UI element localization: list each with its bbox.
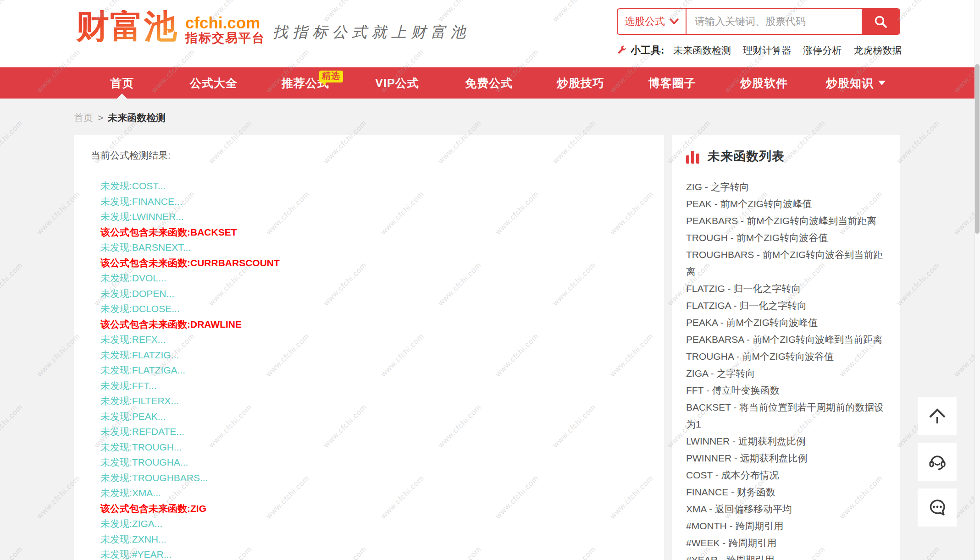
logo-domain: cfchi.com [185, 15, 265, 31]
nav-item-6[interactable]: 博客圈子 [626, 67, 718, 99]
nav-item-label: 炒股知识 [826, 76, 874, 91]
search-button[interactable] [862, 9, 899, 34]
sidebar-function-item[interactable]: TROUGHBARS - 前M个ZIG转向波谷到当前距离 [686, 246, 888, 280]
result-item-ok[interactable]: 未发现:BARSNEXT... [100, 240, 664, 255]
search-box: 选股公式 [617, 8, 900, 35]
result-item-ok[interactable]: 未发现:ZIGA... [100, 516, 664, 532]
nav-item-7[interactable]: 炒股软件 [718, 67, 810, 99]
tool-link-1[interactable]: 理财计算器 [743, 45, 791, 55]
sidebar-function-item[interactable]: PEAKBARS - 前M个ZIG转向波峰到当前距离 [686, 212, 888, 229]
tools-row: 小工具: 未来函数检测理财计算器涨停分析龙虎榜数据 [617, 44, 914, 57]
detection-result-panel: 当前公式检测结果: 未发现:COST...未发现:FINANCE...未发现:L… [74, 135, 664, 560]
sidebar-function-item[interactable]: FLATZIGA - 归一化之字转向 [686, 297, 888, 314]
result-item-ok[interactable]: 未发现:DOPEN... [100, 286, 664, 302]
sidebar-function-item[interactable]: PEAK - 前M个ZIG转向波峰值 [686, 195, 888, 212]
result-item-ok[interactable]: 未发现:FLATZIG... [100, 347, 664, 363]
nav-item-label: 首页 [110, 76, 134, 91]
result-item-ok[interactable]: 未发现:#YEAR... [100, 547, 664, 560]
nav-item-0[interactable]: 首页 [76, 67, 168, 99]
sidebar-function-item[interactable]: FFT - 傅立叶变换函数 [686, 382, 888, 399]
sidebar-title: 未来函数列表 [708, 148, 785, 165]
nav-item-label: 公式大全 [190, 76, 238, 91]
search-category-label: 选股公式 [625, 15, 665, 28]
breadcrumb: 首页 > 未来函数检测 [0, 99, 980, 135]
chat-bubble-icon [928, 498, 947, 517]
tool-link-2[interactable]: 涨停分析 [803, 45, 842, 55]
sidebar-function-item[interactable]: COST - 成本分布情况 [686, 467, 888, 483]
scrollbar-track[interactable] [974, 0, 980, 560]
site-header: 财富池 cfchi.com 指标交易平台 找指标公式就上财富池 选股公式 小工具… [0, 0, 980, 67]
sidebar-function-item[interactable]: FLATZIG - 归一化之字转向 [686, 280, 888, 297]
breadcrumb-home-link[interactable]: 首页 [74, 111, 93, 124]
sidebar-function-item[interactable]: PEAKA - 前M个ZIG转向波峰值 [686, 314, 888, 331]
tool-link-3[interactable]: 龙虎榜数据 [853, 45, 902, 55]
result-item-ok[interactable]: 未发现:TROUGHA... [100, 455, 664, 470]
result-item-ok[interactable]: 未发现:DCLOSE... [100, 301, 664, 317]
sidebar-function-item[interactable]: PEAKBARSA - 前M个ZIG转向波峰到当前距离 [686, 331, 888, 348]
search-input[interactable] [687, 9, 862, 34]
sidebar-function-item[interactable]: ZIGA - 之字转向 [686, 365, 888, 382]
result-item-ok[interactable]: 未发现:FINANCE... [100, 194, 664, 209]
tool-link-0[interactable]: 未来函数检测 [673, 45, 731, 55]
result-item-ok[interactable]: 未发现:ZXNH... [100, 532, 664, 547]
nav-item-8[interactable]: 炒股知识 [810, 67, 902, 99]
breadcrumb-current: 未来函数检测 [108, 111, 166, 124]
result-heading: 当前公式检测结果: [91, 149, 664, 162]
sidebar-function-item[interactable]: FINANCE - 财务函数 [686, 483, 888, 500]
headset-icon [928, 452, 947, 472]
sidebar-function-item[interactable]: #YEAR - 跨周期引用 [686, 551, 888, 560]
result-item-ok[interactable]: 未发现:LWINNER... [100, 209, 664, 225]
result-item-ok[interactable]: 未发现:REFX... [100, 332, 664, 347]
result-item-ok[interactable]: 未发现:FLATZIGA... [100, 362, 664, 378]
nav-item-1[interactable]: 公式大全 [168, 67, 260, 99]
result-item-ok[interactable]: 未发现:TROUGH... [100, 439, 664, 455]
nav-item-2[interactable]: 推荐公式精选 [260, 67, 351, 99]
nav-item-label: 博客圈子 [648, 76, 696, 91]
feedback-button[interactable] [918, 489, 957, 527]
future-function-sidebar: 未来函数列表 ZIG - 之字转向PEAK - 前M个ZIG转向波峰值PEAKB… [672, 135, 900, 560]
sidebar-function-item[interactable]: BACKSET - 将当前位置到若干周期前的数据设为1 [686, 399, 888, 433]
bar-chart-icon [686, 151, 699, 165]
site-logo[interactable]: 财富池 cfchi.com 指标交易平台 [76, 10, 265, 45]
nav-item-4[interactable]: 免费公式 [443, 67, 535, 99]
result-item-ok[interactable]: 未发现:FFT... [100, 378, 664, 394]
search-category-dropdown[interactable]: 选股公式 [618, 9, 687, 34]
back-to-top-button[interactable] [918, 397, 957, 435]
sidebar-function-item[interactable]: XMA - 返回偏移移动平均 [686, 500, 888, 517]
sidebar-function-item[interactable]: #WEEK - 跨周期引用 [686, 534, 888, 551]
sidebar-function-item[interactable]: PWINNER - 远期获利盘比例 [686, 450, 888, 467]
nav-item-label: 炒股技巧 [557, 76, 604, 91]
result-item-warning: 该公式包含未来函数:DRAWLINE [100, 317, 664, 332]
nav-item-3[interactable]: VIP公式 [351, 67, 443, 99]
result-item-ok[interactable]: 未发现:FILTERX... [100, 393, 664, 409]
floating-toolbar [918, 397, 957, 527]
main-nav: 首页公式大全推荐公式精选VIP公式免费公式炒股技巧博客圈子炒股软件炒股知识 [0, 67, 980, 99]
sidebar-function-item[interactable]: TROUGHA - 前M个ZIG转向波谷值 [686, 348, 888, 365]
result-item-ok[interactable]: 未发现:COST... [100, 178, 664, 194]
breadcrumb-separator: > [98, 112, 103, 123]
result-item-ok[interactable]: 未发现:DVOL... [100, 270, 664, 286]
nav-item-5[interactable]: 炒股技巧 [535, 67, 626, 99]
tools-label: 小工具: [631, 44, 664, 57]
result-item-ok[interactable]: 未发现:PEAK... [100, 409, 664, 424]
nav-item-label: 炒股软件 [740, 76, 788, 91]
sidebar-function-item[interactable]: ZIG - 之字转向 [686, 178, 888, 195]
sidebar-function-item[interactable]: LWINNER - 近期获利盘比例 [686, 433, 888, 450]
customer-service-button[interactable] [918, 443, 957, 481]
nav-item-label: 免费公式 [465, 76, 513, 91]
result-item-ok[interactable]: 未发现:XMA... [100, 485, 664, 501]
site-tagline: 找指标公式就上财富池 [273, 22, 470, 43]
result-list: 未发现:COST...未发现:FINANCE...未发现:LWINNER...该… [100, 178, 664, 560]
result-item-warning: 该公式包含未来函数:ZIG [100, 501, 664, 516]
search-icon [874, 15, 887, 28]
result-item-warning: 该公式包含未来函数:CURRBARSCOUNT [100, 255, 664, 271]
arrow-up-icon [927, 407, 947, 425]
result-item-ok[interactable]: 未发现:TROUGHBARS... [100, 470, 664, 486]
sidebar-function-item[interactable]: TROUGH - 前M个ZIG转向波谷值 [686, 229, 888, 246]
scrollbar-thumb[interactable] [975, 64, 980, 234]
featured-badge: 精选 [319, 71, 343, 82]
logo-subtitle: 指标交易平台 [185, 31, 265, 45]
sidebar-function-item[interactable]: #MONTH - 跨周期引用 [686, 517, 888, 534]
wrench-icon [617, 45, 627, 55]
result-item-ok[interactable]: 未发现:REFDATE... [100, 424, 664, 439]
